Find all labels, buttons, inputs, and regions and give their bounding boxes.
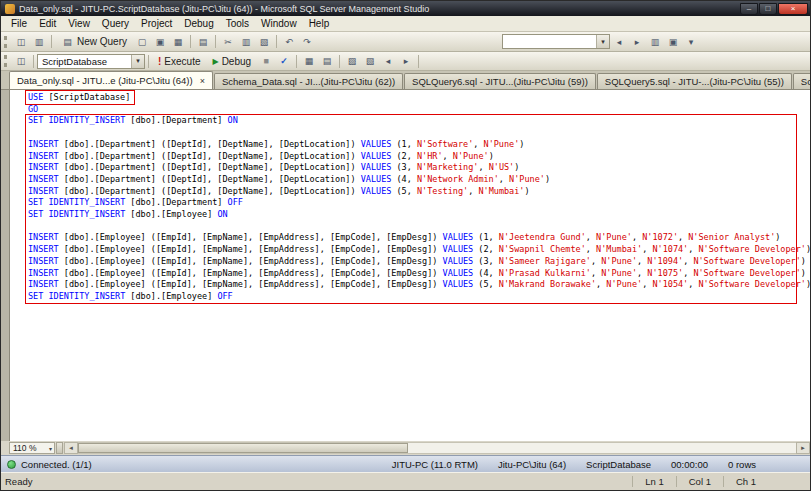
scroll-right-icon[interactable]: ►: [796, 442, 810, 454]
redo-icon[interactable]: ↷: [299, 34, 315, 49]
paste-icon[interactable]: ▧: [256, 34, 272, 49]
scroll-left-icon[interactable]: ◄: [64, 442, 78, 454]
toolbar-separator: [33, 55, 34, 68]
execute-label: Execute: [164, 56, 200, 67]
code-line: INSERT [dbo].[Department] ([DeptId], [De…: [28, 186, 810, 198]
save-all-icon[interactable]: ▦: [170, 34, 186, 49]
undo-icon[interactable]: ↶: [281, 34, 297, 49]
new-query-label: New Query: [77, 36, 127, 47]
column-indicator: Col 1: [676, 476, 723, 487]
scrollbar-thumb[interactable]: [78, 443, 408, 453]
ssms-window: Data_only.sql - JITU-PC.ScriptDatabase (…: [0, 0, 811, 491]
copy-icon[interactable]: ▥: [238, 34, 254, 49]
results-to-text-icon[interactable]: ▤: [319, 54, 335, 69]
increase-indent-icon[interactable]: ▸: [398, 54, 414, 69]
code-line: INSERT [dbo].[Department] ([DeptId], [De…: [28, 174, 810, 186]
query-duration: 00:00:00: [671, 459, 708, 470]
toolbar-separator: [148, 55, 149, 68]
activity-monitor-icon[interactable]: ▥: [31, 34, 47, 49]
zoom-control[interactable]: 110 % ▾: [9, 442, 55, 454]
server-name: JITU-PC (11.0 RTM): [392, 459, 478, 470]
code-line: INSERT [dbo].[Employee] ([EmpId], [EmpNa…: [28, 232, 810, 244]
menu-bar: FileEditViewQueryProjectDebugToolsWindow…: [1, 16, 810, 32]
toolbar-separator: [339, 55, 340, 68]
decrease-indent-icon[interactable]: ◂: [380, 54, 396, 69]
splitter-handle[interactable]: [56, 442, 63, 454]
database-combo[interactable]: ScriptDatabase ▾: [37, 54, 145, 69]
new-query-button[interactable]: ▤ New Query: [55, 32, 133, 51]
query-status-bar: Connected. (1/1) JITU-PC (11.0 RTM) Jitu…: [1, 455, 810, 472]
toolbar-separator: [215, 35, 216, 48]
tab-close-icon[interactable]: ×: [200, 76, 205, 86]
menu-item-view[interactable]: View: [62, 17, 96, 30]
tab-document-2[interactable]: Schema_Data.sql - JI...(Jitu-PC\Jitu (62…: [214, 73, 403, 89]
editor-dock: USE [ScriptDatabase]GOSET IDENTITY_INSER…: [1, 90, 810, 441]
comment-icon[interactable]: ▨: [344, 54, 360, 69]
uncomment-icon[interactable]: ▧: [362, 54, 378, 69]
toolbar-separator: [418, 55, 419, 68]
tab-label: SQLQuery6.sql - JITU...(Jitu-PC\Jitu (59…: [412, 76, 588, 87]
toolbar-grip[interactable]: [4, 55, 8, 67]
code-line: SET IDENTITY_INSERT [dbo].[Employee] OFF: [28, 291, 810, 303]
change-connection-icon[interactable]: ◫: [13, 54, 29, 69]
properties-window-icon[interactable]: ▣: [665, 34, 681, 49]
close-button-icon[interactable]: ×: [778, 3, 808, 15]
tab-document-5[interactable]: Script_only.sql - JIT...e (Jitu-PC\Jitu …: [793, 73, 811, 89]
code-line: USE [ScriptDatabase]: [28, 92, 810, 104]
parse-icon[interactable]: ✓: [276, 54, 292, 69]
menu-item-help[interactable]: Help: [303, 17, 336, 30]
find-combo[interactable]: ▾: [502, 34, 610, 49]
app-icon: [5, 4, 15, 14]
results-to-grid-icon[interactable]: ▦: [301, 54, 317, 69]
navigate-forward-icon[interactable]: ▸: [629, 34, 645, 49]
navigate-back-icon[interactable]: ◂: [611, 34, 627, 49]
chevron-down-icon[interactable]: ▾: [47, 445, 54, 452]
cut-icon[interactable]: ✂: [220, 34, 236, 49]
execute-button[interactable]: ! Execute: [152, 54, 206, 69]
title-bar[interactable]: Data_only.sql - JITU-PC.ScriptDatabase (…: [1, 1, 810, 16]
chevron-down-icon[interactable]: ▾: [596, 35, 609, 48]
code-line: INSERT [dbo].[Employee] ([EmpId], [EmpNa…: [28, 256, 810, 268]
menu-item-debug[interactable]: Debug: [178, 17, 219, 30]
stop-icon[interactable]: ■: [258, 54, 274, 69]
menu-item-file[interactable]: File: [5, 17, 33, 30]
toolbar-options-icon[interactable]: ▾: [683, 34, 699, 49]
tab-document-3[interactable]: SQLQuery6.sql - JITU...(Jitu-PC\Jitu (59…: [404, 73, 596, 89]
tab-document-4[interactable]: SQLQuery5.sql - JITU-...(Jitu-PC\Jitu (5…: [597, 73, 792, 89]
menu-item-query[interactable]: Query: [96, 17, 135, 30]
code-line: INSERT [dbo].[Department] ([DeptId], [De…: [28, 139, 810, 151]
toolbar-separator: [51, 35, 52, 48]
document-tab-strip: Data_only.sql - JITU...e (Jitu-PC\Jitu (…: [1, 71, 810, 90]
connect-object-explorer-icon[interactable]: ◫: [13, 34, 29, 49]
menu-item-window[interactable]: Window: [255, 17, 303, 30]
status-bar: Ready Ln 1 Col 1 Ch 1: [1, 472, 810, 490]
code-line: [28, 221, 810, 233]
standard-toolbar: ◫ ▥ ▤ New Query ▢ ▣ ▦ ▤ ✂ ▥ ▧ ↶ ↷ ▾ ◂ ▸ …: [1, 32, 810, 52]
database-combo-value: ScriptDatabase: [42, 56, 107, 67]
toolbar-separator: [296, 55, 297, 68]
print-icon[interactable]: ▤: [195, 34, 211, 49]
save-icon[interactable]: ▣: [152, 34, 168, 49]
window-title: Data_only.sql - JITU-PC.ScriptDatabase (…: [19, 4, 740, 14]
menu-item-tools[interactable]: Tools: [220, 17, 255, 30]
connection-status-icon: [7, 460, 16, 469]
menu-item-project[interactable]: Project: [135, 17, 178, 30]
minimize-button-icon[interactable]: –: [740, 3, 758, 15]
tab-document-1[interactable]: Data_only.sql - JITU...e (Jitu-PC\Jitu (…: [9, 71, 213, 89]
chevron-down-icon[interactable]: ▾: [131, 55, 144, 68]
toolbar-separator: [190, 35, 191, 48]
open-file-icon[interactable]: ▢: [134, 34, 150, 49]
sql-code[interactable]: USE [ScriptDatabase]GOSET IDENTITY_INSER…: [10, 90, 810, 303]
toolbar-grip[interactable]: [4, 36, 8, 48]
solution-explorer-icon[interactable]: ▥: [647, 34, 663, 49]
debug-play-icon: ▶: [212, 57, 218, 66]
debug-button[interactable]: ▶ Debug: [206, 54, 257, 69]
menu-item-edit[interactable]: Edit: [33, 17, 62, 30]
toolbar-separator: [276, 35, 277, 48]
restore-button-icon[interactable]: □: [759, 3, 777, 15]
horizontal-scrollbar[interactable]: [78, 442, 796, 454]
code-line: INSERT [dbo].[Employee] ([EmpId], [EmpNa…: [28, 244, 810, 256]
code-line: INSERT [dbo].[Department] ([DeptId], [De…: [28, 151, 810, 163]
code-editor[interactable]: USE [ScriptDatabase]GOSET IDENTITY_INSER…: [9, 90, 810, 441]
code-line: SET IDENTITY_INSERT [dbo].[Department] O…: [28, 115, 810, 127]
